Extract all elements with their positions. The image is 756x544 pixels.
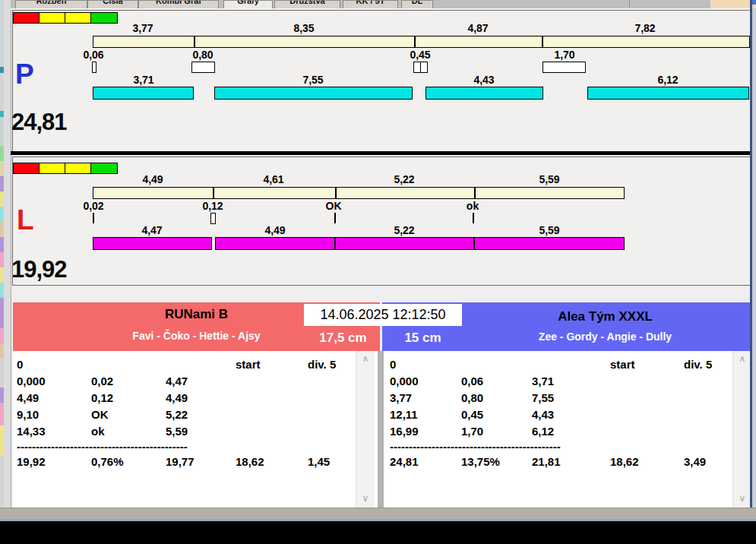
team-roster-right: Zee - Gordy - Angie - Dully [462,331,748,343]
app-window: Rozběh Čísla Kombi Graf Grafy Družstva K… [0,0,756,544]
split-table-left: 0startdiv. 5 0,0000,024,47 4,490,124,49 … [13,351,378,508]
p-gap-2-label: 0,80 [172,49,233,61]
table-totals-row: 19,920,76%19,7718,621,45 [17,454,378,470]
table-row: 4,490,124,49 [17,390,378,406]
status-square-green-l [90,163,118,174]
p-split-bar [93,36,750,48]
p-gap-4-box [542,62,586,73]
scroll-up-icon[interactable]: ∧ [356,353,375,366]
scroll-down-icon[interactable]: ∨ [356,492,375,506]
l-gap-2-label: 0,12 [182,200,243,212]
table-separator: ----------------------------------------… [17,440,228,454]
p-gap-4-label: 1,70 [534,49,595,61]
background-right-sliver [752,8,756,508]
tab-strip: Rozběh Čísla Kombi Graf Grafy Družstva K… [11,0,710,8]
l-split-3: 5,22 [366,173,442,185]
p-split-divider-2 [414,36,416,47]
scroll-up-icon[interactable]: ∧ [733,353,751,366]
table-row: 16,991,706,12 [390,423,751,440]
p-split-3: 4,87 [440,22,516,34]
status-square-yellow1-l [39,163,66,174]
bottom-black-bar [0,521,756,544]
l-side-letter: L [17,207,34,234]
l-gap-4-label: ok [442,200,503,212]
table-row: 12,110,454,43 [390,406,751,423]
table-row: 0,0000,063,71 [390,373,751,390]
p-split-2: 8,35 [266,22,342,34]
tab-strip-edge [629,0,630,8]
p-leg-3-label: 4,43 [446,74,522,86]
l-split-2: 4,61 [236,173,312,185]
table-row: 0startdiv. 5 [17,356,378,373]
l-gap-1-tick [93,213,94,223]
table-row: 0,0000,024,47 [17,373,378,390]
l-gap-3-label: OK [303,200,364,212]
window-frame-strip [4,0,11,521]
p-gap-1-label: 0,06 [63,49,124,61]
l-split-1: 4,49 [115,173,191,185]
p-leg-1-label: 3,71 [106,74,182,86]
scrollbar-right-table[interactable]: ∧ ∨ [732,351,751,508]
l-total-time: 19,92 [11,256,67,283]
l-leg-1-label: 4,47 [114,224,190,236]
p-gap-3-label: 0,45 [390,49,451,61]
p-gap-3-box-b [420,62,428,73]
table-row: 14,33ok5,59 [17,423,378,440]
l-gap-1-label: 0,02 [63,200,124,212]
l-leg-2-bar [215,237,335,250]
p-leg-3-bar [425,87,543,100]
table-totals-row: 24,8113,75%21,8118,623,49 [390,454,751,470]
l-gap-3-tick [334,213,336,223]
l-leg-2-label: 4,49 [237,224,313,236]
p-gap-2-box [191,62,215,73]
l-split-divider-3 [474,188,476,198]
status-square-yellow1-p [39,12,66,24]
jump-height-right: 15 cm [384,331,462,346]
panel-separator [11,151,750,155]
p-leg-4-label: 6,12 [630,74,706,86]
status-square-yellow2-p [65,12,92,24]
scrollbar-left-table[interactable]: ∧ ∨ [356,351,375,508]
p-leg-1-bar [93,87,194,100]
l-leg-1-bar [93,237,212,250]
l-gap-4-tick [473,213,474,223]
split-table-right: 0startdiv. 5 0,0000,063,71 3,770,807,55 … [384,351,751,508]
jump-height-left: 17,5 cm [304,331,382,346]
background-window-corner [710,0,756,8]
l-leg-3-bar [335,237,474,250]
timestamp: 14.06.2025 12:12:50 [304,304,462,326]
l-split-divider-2 [335,188,337,198]
p-split-4: 7,82 [607,22,683,34]
l-split-bar [93,187,625,199]
table-row: 3,770,807,55 [390,390,751,406]
p-split-1: 3,77 [105,22,181,34]
l-leg-4-bar [474,237,625,250]
l-leg-4-label: 5,59 [511,224,587,236]
table-separator: ----------------------------------------… [390,440,601,454]
l-split-divider-1 [213,188,214,198]
scroll-down-icon[interactable]: ∨ [733,492,751,506]
p-leg-4-bar [587,87,749,100]
table-row: 0startdiv. 5 [390,356,751,373]
status-square-yellow2-l [65,163,92,174]
l-leg-3-label: 5,22 [366,224,442,236]
p-gap-1-box [92,62,96,73]
team-name-right: Alea Tým XXXL [462,309,748,324]
p-leg-2-label: 7,55 [275,74,351,86]
status-bar [0,508,756,520]
p-side-letter: P [15,61,34,88]
table-row: 9,10OK5,22 [17,406,378,423]
l-gap-2-box [210,213,216,224]
p-split-divider-1 [194,36,195,47]
status-square-red-p [13,12,40,24]
p-split-divider-3 [542,36,543,47]
p-total-time: 24,81 [11,109,67,136]
status-square-red-l [13,163,40,174]
table-panels-divider [378,351,384,508]
p-leg-2-bar [214,87,413,100]
l-split-4: 5,59 [511,173,587,185]
